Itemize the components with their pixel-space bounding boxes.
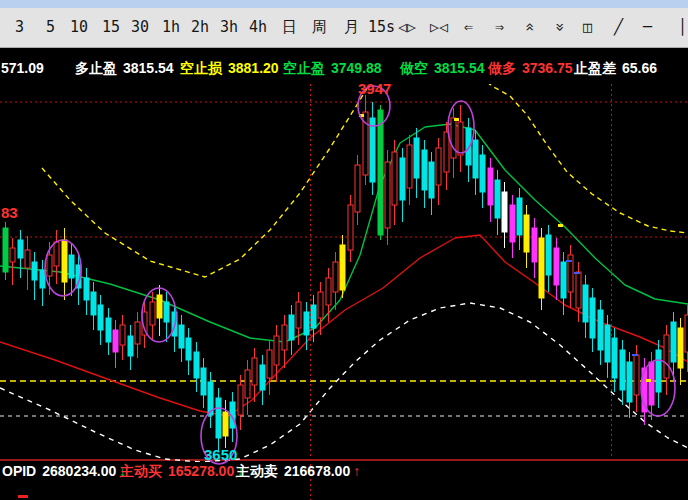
vertical-line-icon[interactable]: │ xyxy=(678,17,687,37)
candle xyxy=(106,308,111,355)
status-value: 3749.88 xyxy=(331,60,382,76)
candle xyxy=(223,400,228,448)
timeframe-1hour[interactable]: 1h xyxy=(162,17,180,37)
timeframe-2hour[interactable]: 2h xyxy=(191,17,209,37)
candle xyxy=(216,388,221,452)
chevrons-down-icon[interactable]: » xyxy=(555,17,564,37)
bottom-label: OPID xyxy=(2,463,36,479)
bottom-label: 主动卖 xyxy=(236,463,278,479)
bottom-segment: 主动卖216678.00↑ xyxy=(236,463,360,481)
candle xyxy=(612,328,617,392)
candle xyxy=(25,236,30,290)
candle xyxy=(113,320,118,368)
candle xyxy=(532,218,537,278)
candle xyxy=(554,238,559,300)
timeframe-week[interactable]: 周 xyxy=(312,17,327,37)
high-price-label: 3947 xyxy=(358,80,391,97)
candle xyxy=(54,230,59,284)
candle xyxy=(252,348,257,402)
signal-tick xyxy=(454,118,459,121)
expand-horizontal-icon[interactable]: ◁▷ xyxy=(398,17,416,37)
timeframe-4hour[interactable]: 4h xyxy=(249,17,267,37)
chart-area[interactable]: 3947365083 xyxy=(0,48,688,500)
arrow-left-icon[interactable]: ⇐ xyxy=(464,17,473,37)
candle xyxy=(333,252,338,310)
status-label: 做空 xyxy=(400,60,428,76)
candle xyxy=(238,375,243,430)
timeframe-15sec[interactable]: 15s xyxy=(368,17,395,37)
candle xyxy=(282,315,287,368)
chevrons-up-icon[interactable]: « xyxy=(525,17,534,37)
arrow-right-icon[interactable]: ⇒ xyxy=(495,17,504,37)
candle xyxy=(150,292,155,340)
candle xyxy=(502,182,507,248)
candlestick-chart: 3947365083 xyxy=(0,48,688,500)
candle xyxy=(98,295,103,345)
status-label: 空止盈 xyxy=(283,60,325,76)
timeframe-3min[interactable]: 3 xyxy=(15,17,24,37)
candle xyxy=(620,340,625,405)
candle xyxy=(458,105,463,172)
status-label: 止盈差 xyxy=(574,60,616,76)
candle xyxy=(128,325,133,370)
candle xyxy=(524,205,529,268)
status-value: 3815.54 xyxy=(434,60,485,76)
candle xyxy=(260,355,265,405)
candle xyxy=(245,360,250,415)
candle xyxy=(664,325,669,395)
timeframe-15min[interactable]: 15 xyxy=(102,17,120,37)
candle xyxy=(363,95,368,185)
status-segment: 做空3815.54 xyxy=(400,60,485,78)
candle xyxy=(289,305,294,355)
status-value: 3815.54 xyxy=(123,60,174,76)
timeframe-toolbar: 351015301h2h3h4h日周月15s◁▷▷◁⇐⇒«»◫╱─│ xyxy=(0,8,688,48)
candle xyxy=(274,325,279,382)
candle xyxy=(311,295,316,342)
candle xyxy=(627,352,632,418)
status-segment: 空止盈3749.88 xyxy=(283,60,382,78)
candle xyxy=(590,288,595,352)
diagonal-line-icon[interactable]: ╱ xyxy=(614,17,623,37)
status-label: 做多 xyxy=(488,60,516,76)
candle xyxy=(539,228,544,310)
candle xyxy=(186,328,191,375)
candle xyxy=(10,238,15,285)
timeframe-month[interactable]: 月 xyxy=(344,17,359,37)
candle xyxy=(436,138,441,205)
candle xyxy=(340,235,345,298)
candle xyxy=(69,244,74,296)
indicator-status-bar: 571.09多止盈3815.54空止损3881.20空止盈3749.88做空38… xyxy=(0,60,688,80)
status-segment: 止盈差65.66 xyxy=(574,60,657,78)
timeframe-3hour[interactable]: 3h xyxy=(220,17,238,37)
signal-tick xyxy=(646,379,651,382)
left-edge-price-label: 83 xyxy=(1,204,18,221)
timeframe-day[interactable]: 日 xyxy=(282,17,297,37)
candle xyxy=(407,135,412,205)
status-segment: 空止损3881.20 xyxy=(180,60,279,78)
timeframe-5min[interactable]: 5 xyxy=(46,17,55,37)
candle xyxy=(355,155,360,225)
status-segment: 做多3736.75 xyxy=(488,60,573,78)
bottom-value: 2680234.00 xyxy=(42,463,116,479)
bottom-value: 216678.00 xyxy=(284,463,350,479)
avg-tick xyxy=(574,272,580,274)
candle xyxy=(546,225,551,292)
candle xyxy=(400,148,405,222)
horizontal-line-icon[interactable]: ─ xyxy=(643,17,652,37)
avg-tick xyxy=(632,354,638,356)
candle xyxy=(3,222,8,280)
candle xyxy=(318,282,323,335)
candle xyxy=(179,315,184,362)
candle xyxy=(568,245,573,308)
timeframe-10min[interactable]: 10 xyxy=(70,17,88,37)
compress-horizontal-icon[interactable]: ▷◁ xyxy=(430,17,448,37)
layout-grid-icon[interactable]: ◫ xyxy=(583,17,592,37)
candle xyxy=(164,292,169,342)
timeframe-30min[interactable]: 30 xyxy=(131,17,149,37)
partial-row-marker xyxy=(18,495,28,498)
titlebar-strip xyxy=(0,0,688,8)
candle xyxy=(598,300,603,365)
candles-group xyxy=(3,95,688,452)
bottom-segment: 主动买165278.00↓ xyxy=(120,463,244,481)
candle xyxy=(348,195,353,262)
